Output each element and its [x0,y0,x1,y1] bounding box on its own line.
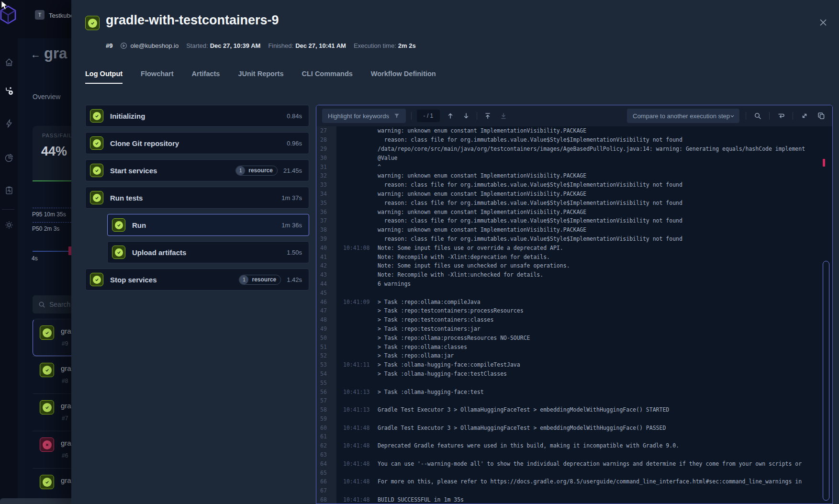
line-number: 29 [316,145,336,154]
expand-icon[interactable] [799,111,810,121]
line-timestamp: 10:41:13 [336,406,378,413]
log-line: 48 > Task :repo:testcontainers:classes [316,315,832,325]
line-text: Note: Some input files use unchecked or … [378,262,570,269]
execution-name: gra [61,402,71,410]
line-text: reason: class file for org.immutables.va… [378,217,682,224]
home-icon[interactable] [4,57,14,67]
log-line: 41 Note: Recompile with -Xlint:deprecati… [316,252,832,261]
line-text: For more on this, please refer to https:… [378,478,802,485]
workflow-add-icon[interactable] [4,86,14,96]
line-number: 43 [316,270,336,280]
line-number: 49 [316,325,336,334]
execution-number: #8 [62,378,68,384]
line-timestamp: 10:41:09 [336,299,378,305]
prev-match-icon[interactable] [445,111,456,121]
close-icon[interactable] [818,17,829,29]
log-toolbar: Highlight for keywords - / 1 Compare to … [316,105,832,126]
line-text: ^ [378,164,381,170]
copy-icon[interactable] [816,111,827,121]
detail-tab[interactable]: Flowchart [141,70,173,84]
step-card[interactable]: Start services 1 resource 21.45s [85,159,309,181]
execution-name: gra [61,476,71,484]
rail-divider [2,209,14,210]
log-line: 65 [316,468,832,477]
log-line: 46 10:41:09 > Task :repo:ollama:compileJ… [316,297,832,306]
line-text: > Task :repo:ollama:compileJava [378,299,481,305]
detail-tabs: Log Output Flowchart Artifacts JUnit Rep… [85,70,436,84]
line-number: 68 [316,495,336,504]
detail-tab[interactable]: Workflow Definition [371,70,436,84]
environment-avatar[interactable]: T [35,10,45,20]
next-match-icon[interactable] [461,111,471,121]
line-text: 6 warnings [378,280,411,287]
back-button[interactable]: ← [31,49,41,60]
log-line: 37 reason: class file for org.immutables… [316,216,832,225]
step-card[interactable]: Run 1m 36s [107,214,309,236]
execution-status-icon [40,325,54,340]
line-number: 30 [316,153,336,162]
detail-tab[interactable]: CLI Commands [302,70,353,84]
log-line: 66 10:41:48 For more on this, please ref… [316,477,832,486]
started-at: Started:Dec 27, 10:39 AM [186,42,260,49]
compare-step-select[interactable]: Compare to another execution step [627,109,739,123]
line-number: 67 [316,486,336,495]
step-card[interactable]: Upload artifacts 1.50s [107,241,309,263]
step-card[interactable]: Stop services 1 resource 1.42s [85,269,309,291]
line-text: Note: Recompile with -Xlint:deprecation … [378,254,550,260]
line-text: reason: class file for org.immutables.va… [378,136,682,143]
gear-icon[interactable] [4,220,14,230]
environment-name[interactable]: Testkube [49,12,74,19]
log-line: 55 [316,378,832,387]
step-duration: 0.84s [287,112,302,120]
detail-tab[interactable]: JUnit Reports [238,70,283,84]
line-number: 28 [316,135,336,145]
line-number: 31 [316,162,336,171]
line-text: warning: unknown enum constant Implement… [378,226,586,233]
step-duration: 1m 36s [281,222,302,229]
line-number: 65 [316,468,336,477]
log-line: 54 > Task :ollama-hugging-face:testClass… [316,370,832,379]
detail-tab[interactable]: Log Output [85,70,123,84]
execution-name: gra [61,439,71,447]
line-text: warning: unknown enum constant Implement… [378,190,586,197]
lightning-icon[interactable] [4,119,14,128]
log-line: 36 warning: unknown enum constant Implem… [316,207,832,216]
tab-overview[interactable]: Overview [33,93,60,101]
log-line: 63 [316,450,832,459]
line-number: 60 [316,423,336,432]
execution-status-icon [40,437,54,452]
detail-tab[interactable]: Artifacts [192,70,220,84]
step-duration: 1.50s [287,249,302,256]
log-line: 33 reason: class file for org.immutables… [316,180,832,190]
step-card[interactable]: Initializing 0.84s [85,105,309,127]
step-passed-icon [90,164,103,177]
wrap-text-icon[interactable] [776,111,786,121]
jump-to-top-icon[interactable] [482,111,493,121]
line-number: 32 [316,171,336,180]
line-number: 44 [316,280,336,289]
step-passed-icon [90,109,103,123]
line-number: 33 [316,180,336,190]
step-card[interactable]: Clone Git repository 0.96s [85,132,309,154]
line-text: > Task :repo:ollama:jar [378,352,454,359]
toolbar-divider [746,112,746,120]
line-text: warning: unknown enum constant Implement… [378,127,586,134]
line-number: 46 [316,297,336,306]
finished-at: Finished:Dec 27, 10:41 AM [268,42,346,49]
chevron-down-icon [730,113,735,119]
step-duration: 1m 37s [281,194,302,202]
monitor-report-icon[interactable] [4,186,14,195]
line-text: Deprecated Gradle features were used in … [378,442,679,449]
search-icon[interactable] [752,111,763,121]
jump-to-bottom-icon[interactable] [498,111,509,121]
scrollbar-thumb[interactable] [823,261,829,501]
log-line: 27 warning: unknown enum constant Implem… [316,126,832,135]
axis-tick-label: 4s [32,255,38,262]
execution-number: #9 [62,340,68,347]
line-text: > Task :repo:testcontainers:processResou… [378,307,524,314]
p50-label: P50 2m 3s [32,225,59,232]
highlight-keywords-button[interactable]: Highlight for keywords [322,109,406,123]
step-card[interactable]: Run tests 1m 37s [85,187,309,209]
log-line: 50 > Task :repo:ollama:processResources … [316,333,832,342]
pie-chart-icon[interactable] [4,153,14,163]
